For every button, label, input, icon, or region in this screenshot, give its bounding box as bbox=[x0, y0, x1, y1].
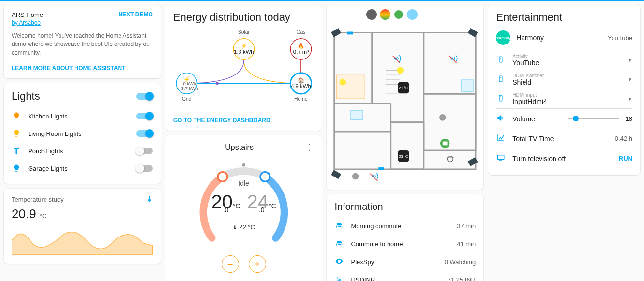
tv-time-row: Total TV Time 0.42 h bbox=[496, 129, 632, 148]
car-icon bbox=[334, 239, 344, 249]
energy-card: Energy distribution today ⚡ 1.3 kWh Sola… bbox=[165, 4, 322, 131]
info-row: Morning commute 37 min bbox=[334, 217, 476, 235]
bulb-icon[interactable] bbox=[12, 129, 21, 138]
temp-label: Temperature study bbox=[12, 196, 64, 203]
chevron-down-icon: ▼ bbox=[628, 58, 632, 63]
svg-text:21 °C: 21 °C bbox=[399, 86, 409, 90]
next-demo-button[interactable]: NEXT DEMO bbox=[118, 11, 152, 18]
select-hdmi-input[interactable]: HDMI input InputHdmi4 ▼ bbox=[496, 89, 632, 109]
thermometer-icon bbox=[146, 195, 153, 204]
light-toggle[interactable] bbox=[136, 165, 153, 172]
light-row-kitchen: Kitchen Lights bbox=[12, 107, 153, 125]
light-toggle[interactable] bbox=[136, 148, 153, 154]
info-row: Commute to home 41 min bbox=[334, 235, 476, 253]
svg-rect-43 bbox=[347, 32, 353, 35]
volume-slider[interactable] bbox=[568, 118, 618, 119]
thermostat-menu-button[interactable]: ⋮ bbox=[305, 142, 314, 153]
temp-sparkline bbox=[12, 222, 153, 255]
run-button[interactable]: RUN bbox=[619, 155, 632, 162]
demo-author-link[interactable]: by Arsaboo bbox=[12, 19, 41, 26]
svg-rect-65 bbox=[499, 76, 502, 82]
dollar-icon bbox=[334, 275, 344, 281]
tv-off-row: Turn television off RUN bbox=[496, 148, 632, 168]
svg-rect-62 bbox=[443, 142, 448, 146]
thermostat-name: Upstairs bbox=[173, 143, 306, 152]
bulb-icon[interactable] bbox=[12, 111, 21, 121]
light-label: Living Room Lights bbox=[28, 130, 130, 137]
fp-nav-icon[interactable] bbox=[380, 9, 390, 20]
energy-diagram: ⚡ 1.3 kWh Solar 🔥 0.7 m³ Gas ⚡ ← 0 kWh →… bbox=[173, 29, 315, 111]
energy-title: Energy distribution today bbox=[173, 11, 315, 24]
learn-more-link[interactable]: LEARN MORE ABOUT HOME ASSISTANT bbox=[12, 65, 126, 72]
svg-point-0 bbox=[216, 82, 219, 85]
svg-rect-22 bbox=[334, 32, 476, 169]
light-row-porch: Porch Lights bbox=[12, 142, 153, 160]
svg-text:⚡: ⚡ bbox=[240, 43, 248, 49]
demo-title: ARS Home bbox=[12, 11, 43, 18]
thermostat-card: Upstairs ⋮ Idle 20°C.0 24°C.0 bbox=[165, 135, 322, 281]
light-toggle[interactable] bbox=[136, 130, 153, 137]
svg-rect-44 bbox=[379, 167, 385, 170]
tv-icon bbox=[496, 153, 506, 163]
info-row: PlexSpy 0 Watching bbox=[334, 253, 476, 271]
svg-rect-38 bbox=[351, 110, 362, 119]
bulb-icon[interactable] bbox=[12, 146, 21, 156]
light-label: Kitchen Lights bbox=[28, 113, 130, 120]
light-toggle[interactable] bbox=[136, 113, 153, 119]
svg-point-66 bbox=[500, 77, 501, 78]
volume-row: Volume 18 bbox=[496, 109, 632, 129]
floorplan-card: 21 °C 23 °C bbox=[327, 4, 483, 190]
remote-icon bbox=[496, 55, 506, 65]
svg-rect-67 bbox=[499, 95, 502, 101]
svg-text:🔥: 🔥 bbox=[298, 43, 305, 49]
chevron-down-icon: ▼ bbox=[628, 77, 632, 82]
svg-point-52 bbox=[340, 79, 346, 86]
svg-point-21 bbox=[242, 163, 245, 167]
eye-icon bbox=[334, 257, 344, 267]
volume-icon bbox=[496, 114, 506, 124]
svg-text:1.3 kWh: 1.3 kWh bbox=[234, 49, 254, 55]
remote-icon bbox=[496, 74, 506, 85]
svg-point-51 bbox=[397, 67, 404, 74]
welcome-description: Welcome home! You've reached the Home As… bbox=[12, 32, 153, 57]
thermostat-current: 22 °C bbox=[173, 223, 315, 231]
harmony-row[interactable]: harmony Harmony YouTube bbox=[496, 30, 632, 45]
chevron-down-icon: ▼ bbox=[628, 96, 632, 102]
temp-unit: °C bbox=[40, 212, 47, 220]
fp-nav-icon[interactable] bbox=[393, 9, 404, 20]
lights-title: Lights bbox=[12, 90, 40, 103]
lights-card: Lights Kitchen Lights Living Room Lights bbox=[4, 83, 161, 184]
remote-icon bbox=[496, 94, 506, 104]
svg-text:Solar: Solar bbox=[238, 30, 250, 35]
svg-text:Home: Home bbox=[294, 96, 308, 102]
svg-rect-41 bbox=[331, 170, 342, 179]
svg-text:→ 3.7 kWh: → 3.7 kWh bbox=[175, 86, 198, 91]
svg-point-54 bbox=[352, 173, 359, 180]
svg-line-50 bbox=[370, 174, 378, 181]
energy-dashboard-link[interactable]: GO TO THE ENERGY DASHBOARD bbox=[173, 117, 315, 124]
lights-master-toggle[interactable] bbox=[136, 93, 153, 100]
temperature-card[interactable]: Temperature study 20.9 °C bbox=[4, 189, 161, 264]
car-icon bbox=[334, 221, 344, 231]
svg-rect-36 bbox=[337, 75, 365, 99]
fp-nav-icon[interactable] bbox=[407, 9, 418, 20]
svg-text:🏠: 🏠 bbox=[298, 77, 305, 84]
light-row-livingroom: Living Room Lights bbox=[12, 125, 153, 142]
svg-rect-37 bbox=[462, 80, 473, 91]
harmony-icon: harmony bbox=[496, 30, 510, 45]
floorplan-svg[interactable]: 21 °C 23 °C bbox=[329, 7, 480, 185]
select-hdmi-switcher[interactable]: HDMI switcher Shield ▼ bbox=[496, 70, 632, 89]
svg-rect-63 bbox=[499, 57, 502, 62]
svg-rect-69 bbox=[497, 155, 504, 160]
svg-point-64 bbox=[500, 58, 501, 59]
select-activity[interactable]: Activity YouTube ▼ bbox=[496, 51, 632, 70]
svg-text:Gas: Gas bbox=[296, 30, 305, 35]
light-label: Porch Lights bbox=[28, 148, 130, 155]
entertainment-card: Entertainment harmony Harmony YouTube Ac… bbox=[488, 4, 640, 175]
bulb-icon[interactable] bbox=[12, 163, 21, 173]
info-row: USDINR 71.25 INR bbox=[334, 271, 476, 281]
fp-nav-icon[interactable] bbox=[366, 9, 377, 20]
svg-text:23 °C: 23 °C bbox=[399, 154, 409, 159]
welcome-card: ARS Home by Arsaboo NEXT DEMO Welcome ho… bbox=[4, 4, 161, 78]
svg-point-68 bbox=[500, 96, 501, 97]
